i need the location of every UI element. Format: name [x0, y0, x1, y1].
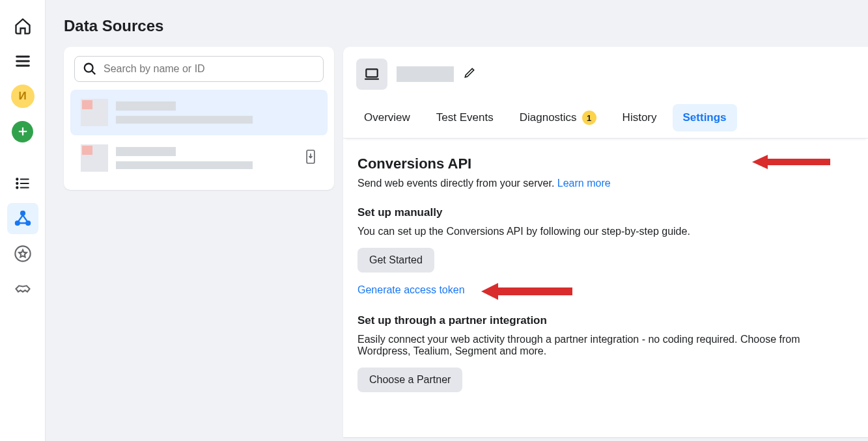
search-box[interactable] — [74, 56, 324, 82]
conversions-description: Send web events directly from your serve… — [357, 178, 854, 189]
handshake-icon — [14, 280, 32, 298]
edit-name-button[interactable] — [463, 66, 476, 82]
tab-overview[interactable]: Overview — [354, 104, 421, 131]
svg-point-6 — [16, 183, 18, 184]
choose-partner-button[interactable]: Choose a Partner — [357, 368, 462, 392]
svg-point-11 — [21, 211, 25, 215]
home-icon — [14, 17, 32, 35]
nav-handshake[interactable] — [7, 273, 38, 304]
laptop-icon-box — [356, 59, 387, 90]
search-icon — [83, 62, 97, 76]
manual-description: You can set up the Conversions API by fo… — [357, 226, 854, 237]
svg-point-15 — [85, 64, 93, 72]
tab-diagnostics[interactable]: Diagnostics 1 — [509, 104, 607, 131]
hamburger-icon — [14, 52, 32, 70]
nav-home[interactable] — [7, 10, 38, 42]
diagnostics-badge: 1 — [582, 111, 596, 125]
svg-rect-18 — [366, 69, 377, 77]
search-input[interactable] — [104, 63, 315, 75]
nodes-icon — [14, 209, 32, 228]
download-icon-button[interactable] — [304, 149, 317, 167]
learn-more-link[interactable]: Learn more — [557, 178, 611, 189]
svg-point-5 — [16, 178, 18, 180]
manual-heading: Set up manually — [357, 206, 854, 219]
download-device-icon — [304, 149, 317, 165]
svg-point-7 — [16, 187, 18, 188]
tab-test-events[interactable]: Test Events — [426, 104, 504, 131]
laptop-icon — [363, 66, 380, 83]
pencil-icon — [463, 66, 476, 79]
nav-list[interactable] — [7, 168, 38, 199]
nav-menu[interactable] — [7, 46, 38, 77]
get-started-button[interactable]: Get Started — [357, 248, 434, 273]
conversions-heading: Conversions API — [357, 155, 854, 172]
source-list-panel — [64, 47, 334, 190]
source-text-redacted — [116, 101, 317, 124]
partner-heading: Set up through a partner integration — [357, 314, 854, 327]
avatar-circle: И — [11, 85, 35, 108]
vertical-nav: И — [0, 0, 46, 441]
nav-add[interactable] — [7, 116, 38, 147]
tab-history[interactable]: History — [612, 104, 667, 131]
annotation-arrow-token — [481, 280, 572, 302]
source-item-selected[interactable] — [70, 90, 328, 135]
plus-circle-icon — [12, 121, 33, 142]
svg-line-16 — [92, 71, 96, 75]
nav-star[interactable] — [7, 238, 38, 269]
page-title: Data Sources — [46, 0, 868, 47]
source-thumb — [81, 144, 108, 172]
partner-description: Easily connect your web activity through… — [357, 334, 854, 357]
source-text-redacted — [116, 147, 296, 169]
nav-data-sources[interactable] — [7, 203, 38, 234]
detail-header — [343, 47, 868, 94]
list-icon — [14, 175, 31, 192]
tab-settings[interactable]: Settings — [673, 104, 737, 131]
svg-marker-20 — [481, 283, 572, 300]
nav-avatar[interactable]: И — [7, 81, 38, 112]
detail-tabs: Overview Test Events Diagnostics 1 Histo… — [343, 94, 868, 139]
source-item[interactable] — [70, 135, 328, 181]
source-thumb — [81, 99, 108, 126]
tab-diagnostics-label: Diagnostics — [520, 111, 577, 124]
detail-panel: Overview Test Events Diagnostics 1 Histo… — [343, 47, 868, 437]
star-circle-icon — [14, 245, 32, 263]
source-name-redacted — [397, 66, 454, 82]
generate-access-token-link[interactable]: Generate access token — [357, 284, 465, 295]
